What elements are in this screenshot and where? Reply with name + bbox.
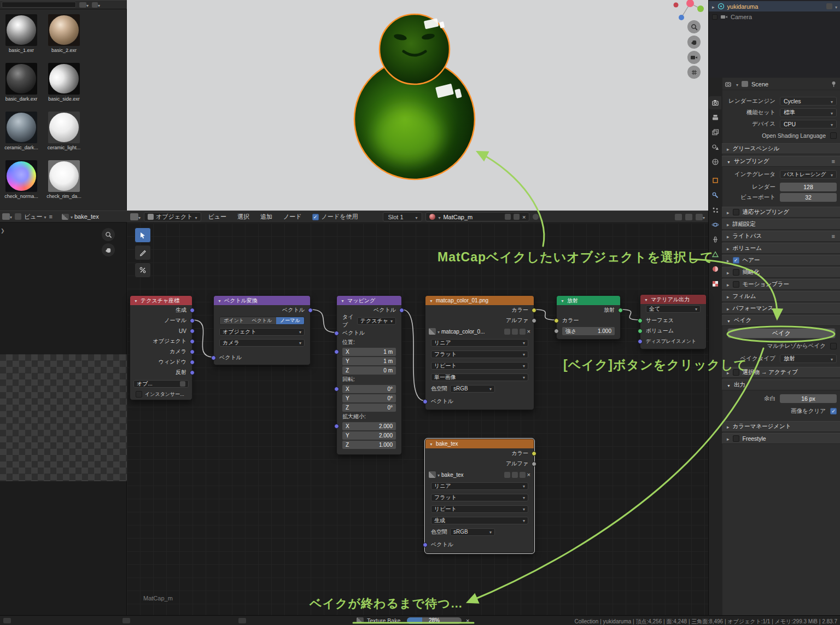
pin-icon[interactable] <box>533 214 539 220</box>
tab-physics-properties[interactable] <box>709 218 721 231</box>
section-bake[interactable]: ベイク <box>722 315 840 326</box>
extension-dropdown[interactable]: リピート <box>431 505 528 513</box>
socket-normal[interactable] <box>190 318 195 323</box>
object-picker[interactable]: オブ... <box>133 380 189 388</box>
tab-view-layer-properties[interactable] <box>709 126 721 139</box>
link-mapping-to-imagetexture[interactable] <box>402 309 425 401</box>
node-material-output[interactable]: マテリアル出力 全て サーフェス ボリューム ディスプレイスメント <box>640 294 707 349</box>
links-cut-tool[interactable] <box>135 262 151 278</box>
tab-particle-properties[interactable] <box>709 203 721 217</box>
simplify-checkbox[interactable] <box>733 269 739 276</box>
section-freestyle[interactable]: Freestyle <box>722 433 840 444</box>
socket-volume[interactable] <box>638 329 643 334</box>
image-mode-icon[interactable] <box>15 213 21 220</box>
camera-name[interactable]: Camera <box>731 14 752 20</box>
link-emission-to-output[interactable] <box>621 309 640 320</box>
tab-render-properties[interactable] <box>709 96 721 109</box>
node-image-texture-matcap[interactable]: matcap_color_01.png カラー アルファ matcap_colo… <box>425 295 534 410</box>
section-color-management[interactable]: カラーマネージメント <box>722 421 840 432</box>
unlink-image-icon[interactable] <box>527 472 530 478</box>
clear-image-checkbox[interactable] <box>830 408 837 414</box>
pin-icon[interactable] <box>831 81 837 87</box>
location-y-field[interactable]: Y1 m <box>342 357 396 365</box>
fake-user-icon[interactable] <box>504 329 510 335</box>
slot-dropdown[interactable]: Slot 1 <box>383 212 422 221</box>
thumbnail-ceramic-light[interactable] <box>48 112 80 143</box>
section-motion-blur[interactable]: モーションブラー <box>722 279 840 290</box>
socket-object[interactable] <box>190 339 195 344</box>
node-header[interactable]: 放射 <box>557 296 620 305</box>
socket-reflection[interactable] <box>190 370 195 375</box>
margin-field[interactable]: 16 px <box>780 394 837 403</box>
socket-vector-in[interactable] <box>334 331 339 336</box>
camera-checkbox[interactable] <box>712 14 718 20</box>
source-dropdown[interactable]: 生成 <box>431 517 528 524</box>
display-mode-dropdown[interactable] <box>79 2 89 8</box>
collapse-icon[interactable] <box>218 297 221 303</box>
device-dropdown[interactable]: CPU <box>780 120 837 128</box>
cancel-bake-icon[interactable] <box>466 617 469 624</box>
mapping-type-dropdown[interactable]: テクスチャ <box>357 317 396 325</box>
use-nodes-toggle[interactable]: ノードを使用 <box>312 213 358 221</box>
select-box-tool[interactable] <box>135 227 151 243</box>
socket-vector-in[interactable] <box>423 542 428 547</box>
outliner-row-object[interactable]: yukidaruma <box>709 1 840 11</box>
tab-constraint-properties[interactable] <box>709 233 721 246</box>
axis-ball-green[interactable] <box>697 5 704 12</box>
colorspace-dropdown[interactable]: sRGB <box>450 385 495 393</box>
thumbnail-basic-side[interactable] <box>48 63 80 95</box>
node-header[interactable]: matcap_color_01.png <box>425 296 534 305</box>
rotation-y-field[interactable]: Y0° <box>342 394 396 402</box>
fake-user-icon[interactable] <box>504 472 510 478</box>
annotate-tool[interactable] <box>135 245 151 260</box>
section-adaptive-sampling[interactable]: 適応サンプリング <box>722 207 840 218</box>
bake-button[interactable]: ベイク <box>727 328 836 338</box>
socket-generated[interactable] <box>190 308 195 313</box>
image-selector[interactable]: bake_tex <box>62 213 99 220</box>
open-image-icon[interactable] <box>520 329 526 335</box>
scale-y-field[interactable]: Y2.000 <box>342 431 396 440</box>
open-image-icon[interactable] <box>520 472 526 478</box>
thumbnail-basic-dark[interactable] <box>5 63 37 95</box>
socket-vector-in[interactable] <box>211 355 216 360</box>
socket-color-in[interactable] <box>554 318 559 323</box>
socket-color-out[interactable] <box>532 451 536 456</box>
expand-icon[interactable] <box>712 3 715 10</box>
image-name[interactable]: matcap_color_0... <box>441 329 503 335</box>
axis-ball-red[interactable] <box>674 3 679 8</box>
rotation-x-field[interactable]: X0° <box>342 385 396 393</box>
node-header[interactable]: bake_tex <box>425 439 534 448</box>
material-selector[interactable]: MatCap_m <box>425 212 529 221</box>
freestyle-checkbox[interactable] <box>733 435 739 442</box>
chevron-down-icon[interactable] <box>835 3 837 10</box>
render-samples-field[interactable]: 128 <box>780 183 837 191</box>
eyedropper-icon[interactable] <box>180 381 185 387</box>
socket-vector-in[interactable] <box>423 399 428 404</box>
node-emission[interactable]: 放射 放射 カラー 強さ1.000 <box>556 295 621 340</box>
outliner-row-camera[interactable]: Camera <box>709 11 840 22</box>
collapse-icon[interactable] <box>561 297 564 303</box>
convert-from-dropdown[interactable]: オブジェクト <box>219 328 305 336</box>
location-x-field[interactable]: X1 m <box>342 348 396 356</box>
link-color-to-emission[interactable] <box>534 309 556 320</box>
motion-blur-checkbox[interactable] <box>733 281 739 288</box>
editor-type-dropdown[interactable] <box>2 213 12 220</box>
viewport-camera-button[interactable] <box>687 51 701 64</box>
image-icon[interactable] <box>429 328 436 335</box>
section-simplify[interactable]: 簡略化 <box>722 267 840 278</box>
mode-vector-button[interactable]: ベクトル <box>248 317 276 324</box>
use-nodes-checkbox[interactable] <box>312 214 319 220</box>
panel-expand-chevron[interactable]: ❯ <box>1 228 5 233</box>
mode-point-button[interactable]: ポイント <box>220 317 248 324</box>
node-image-texture-bake[interactable]: bake_tex カラー アルファ bake_tex リニア フラット リピート… <box>425 439 534 553</box>
viewport-samples-field[interactable]: 32 <box>780 193 837 202</box>
feature-set-dropdown[interactable]: 標準 <box>780 108 837 117</box>
snowman-object[interactable] <box>127 0 708 211</box>
interpolation-dropdown[interactable]: リニア <box>431 339 528 347</box>
new-material-icon[interactable] <box>514 214 520 220</box>
socket-location[interactable] <box>334 349 339 354</box>
integrator-dropdown[interactable]: パストレーシング <box>780 170 837 179</box>
thumbnail-ceramic-dark[interactable] <box>5 112 37 143</box>
convert-to-dropdown[interactable]: カメラ <box>219 339 305 347</box>
viewport-pan-button[interactable] <box>687 36 701 49</box>
